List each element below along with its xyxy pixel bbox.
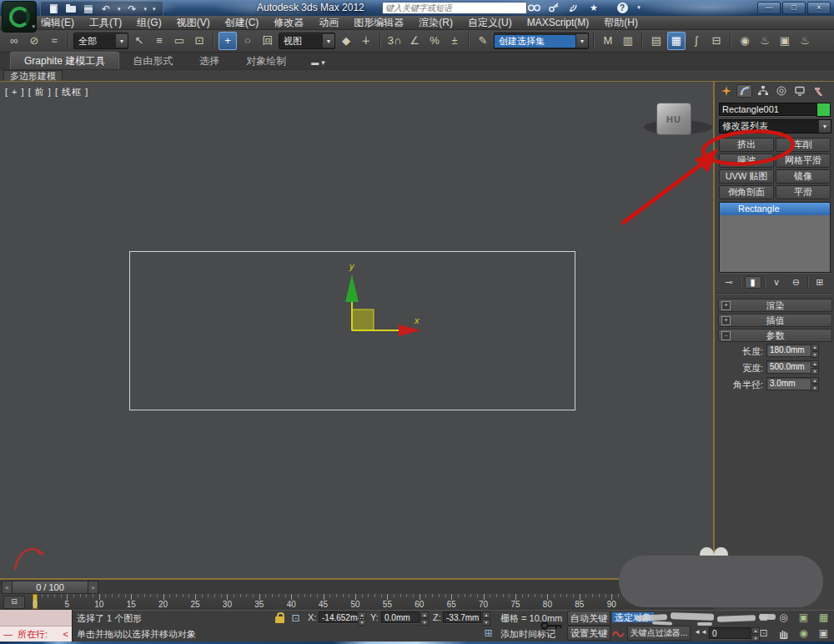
y-coord-field[interactable]: 0.0mm [381,611,420,623]
select-by-name-button[interactable]: ≡ [150,32,168,50]
param-spinner-length[interactable]: ▲▼ [811,344,819,357]
x-spinner[interactable]: ▲▼ [358,611,366,623]
gizmo-plane-handle[interactable] [352,309,374,330]
auto-key-button[interactable]: 自动关键点 [567,611,610,626]
chevron-down-icon[interactable]: ▼ [322,34,334,48]
snaps-toggle-button[interactable]: 3∩ [385,32,404,50]
move-gizmo[interactable]: y x [317,246,442,342]
modifier-stack[interactable]: Rectangle [719,202,831,273]
tab-utilities[interactable] [810,84,826,98]
redo-button[interactable]: ↷ [127,3,138,14]
listener-script-row[interactable]: — 所在行: < [0,626,72,641]
maximize-button[interactable]: □ [782,2,806,14]
edit-named-selection-sets-button[interactable]: ✎ [474,32,492,50]
angle-snap-toggle-button[interactable]: ∠ [405,32,424,50]
track-bar[interactable]: ⊟ 051015202530354045505560657075808590 [0,594,714,611]
undo-dropdown-icon[interactable]: ▾ [118,6,121,13]
remove-modifier-button[interactable]: ⊖ [787,276,804,289]
selection-filter-dropdown[interactable]: 全部▼ [73,33,128,49]
mirror-button[interactable]: M [599,32,617,50]
pin-stack-button[interactable]: ⊸ [721,276,737,289]
new-file-button[interactable] [48,3,59,14]
select-object-button[interactable]: ↖ [130,32,148,50]
select-and-link-button[interactable]: ∞ [5,32,23,50]
modifier-button-mirror[interactable]: 镜像 [776,169,831,184]
tab-hierarchy[interactable] [755,84,771,98]
x-coord-field[interactable]: -14.652mm [319,611,357,623]
y-spinner[interactable]: ▲▼ [420,611,429,623]
align-button[interactable]: ▥ [619,32,637,50]
redo-dropdown-icon[interactable]: ▾ [144,6,148,13]
manage-layers-button[interactable]: ▤ [647,32,666,50]
modifier-button-uvw-map[interactable]: UVW 贴图 [719,169,774,184]
stack-item-rectangle[interactable]: Rectangle [720,203,830,215]
bind-to-space-warp-button[interactable]: ≈ [45,32,63,50]
gizmo-x-arrowhead[interactable] [399,325,420,336]
reference-coordinate-system-dropdown[interactable]: 视图▼ [279,33,335,49]
spin-down-icon[interactable]: ▼ [811,385,819,391]
gizmo-y-arrowhead[interactable] [345,274,359,302]
rollout-parameters-expand-icon[interactable]: - [721,331,731,340]
menu-item-create[interactable]: 创建(C) [218,16,267,29]
menu-item-maxscript[interactable]: MAXScript(M) [520,16,597,29]
search-button[interactable] [525,2,542,13]
curve-editor-button[interactable]: ∫ [687,32,706,50]
chevron-down-icon[interactable]: ▼ [575,34,588,48]
menu-item-customize[interactable]: 自定义(U) [460,16,520,29]
param-field-width[interactable]: 500.0mm [766,360,815,374]
menu-item-group[interactable]: 组(G) [129,16,168,29]
time-slider[interactable]: 0 / 100 [12,581,88,594]
rollout-rendering-expand-icon[interactable]: + [721,301,731,310]
favorites-button[interactable]: ★ [585,2,602,13]
help-button[interactable]: ? [614,2,631,13]
zoom-button[interactable]: ◎ [775,611,792,624]
selection-lock-icon[interactable] [275,612,284,623]
ribbon-minimize-button[interactable]: ▬▾ [311,58,325,67]
z-spinner[interactable]: ▲▼ [482,611,490,623]
select-and-scale-button[interactable]: 回 [259,32,277,50]
object-color-swatch[interactable] [816,103,831,117]
next-frame-button[interactable]: > [88,581,98,594]
viewport-label[interactable]: [ + ] [ 前 ] [ 线框 ] [5,86,88,98]
select-and-move-button[interactable]: + [219,32,237,50]
time-configuration-button[interactable]: ⊞ [755,611,772,624]
configure-modifier-sets-button[interactable]: ⊞ [811,276,828,289]
rendered-frame-window-button[interactable]: ▣ [776,32,794,50]
ribbon-tab-selection[interactable]: 选择 [186,53,233,69]
tab-display[interactable] [791,84,807,98]
subscription-button[interactable] [545,2,562,13]
rollout-interpolation-expand-icon[interactable]: + [721,316,731,325]
qat-customize-dropdown-icon[interactable]: ▾ [153,6,156,13]
tab-modify[interactable] [736,84,752,98]
material-editor-button[interactable]: ◉ [736,32,754,50]
tab-motion[interactable] [773,84,789,98]
rollout-rendering[interactable]: 渲染+ [718,299,832,312]
undo-button[interactable]: ↶ [100,3,112,14]
menu-item-modifiers[interactable]: 修改器 [266,16,311,29]
communication-center-button[interactable] [565,2,582,13]
minimize-button[interactable]: — [757,2,781,14]
tab-create[interactable] [718,84,734,98]
spin-down-icon[interactable]: ▼ [811,368,819,375]
select-and-manipulate-button[interactable]: ∔ [357,32,375,50]
open-mini-curve-editor-button[interactable]: ⊟ [3,596,25,609]
modifier-button-meshsmooth[interactable]: 网格平滑 [776,153,831,168]
orbit-button[interactable]: ◉ [795,626,812,640]
zoom-extents-button[interactable]: ▣ [795,611,812,624]
spin-up-icon[interactable]: ▲ [811,377,819,384]
menu-item-animation[interactable]: 动画 [311,16,346,29]
select-and-rotate-button[interactable]: ○ [239,32,257,50]
show-end-result-button[interactable]: ▮ [745,276,761,289]
key-mode-wave-icon[interactable] [612,628,626,638]
set-key-button[interactable]: 设置关键点 [567,626,610,641]
modifier-button-bevel-profile[interactable]: 倒角剖面 [719,185,774,199]
listener-macro-row[interactable] [0,610,72,626]
go-to-start-button[interactable]: ◄◄ [694,628,707,636]
spin-up-icon[interactable]: ▲ [811,360,819,367]
modifier-button-smooth[interactable]: 平滑 [776,185,831,199]
modifier-button-extrude[interactable]: 挤出 [719,138,774,152]
spin-up-icon[interactable]: ▲ [811,344,819,350]
param-field-length[interactable]: 180.0mm [766,344,815,357]
graphite-ribbon-toggle-button[interactable]: ▦ [667,32,686,50]
modifier-button-noise[interactable]: 噪波 [719,153,774,168]
